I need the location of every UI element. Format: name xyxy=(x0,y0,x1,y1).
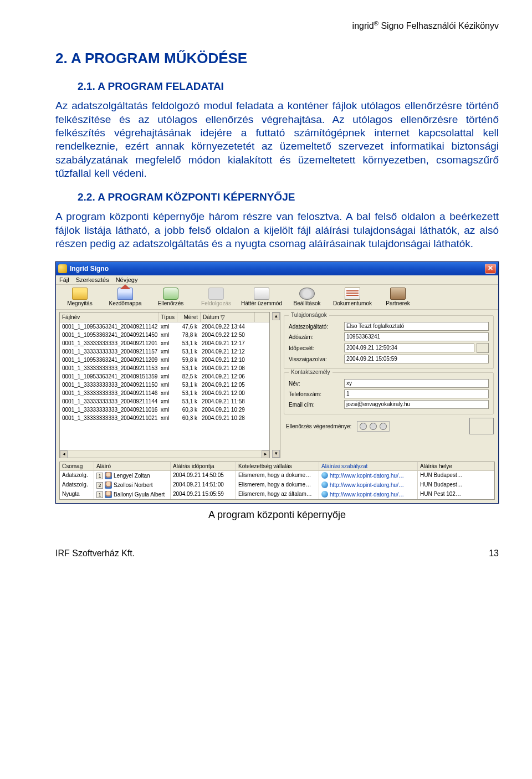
toolbar-label: Háttér üzemmód xyxy=(239,300,284,306)
folder-icon xyxy=(72,288,88,300)
cell-package: Nyugta xyxy=(60,490,94,499)
cell-policy-link[interactable]: http://www.kopint-datorg.hu/… xyxy=(319,480,418,490)
paragraph-2-1: Az adatszolgáltatás feldolgozó modul fel… xyxy=(55,99,499,180)
h-scrollbar[interactable]: ◂ ▸ xyxy=(60,450,269,458)
cell-filename: 0001_1_10953363241_200409211142 xyxy=(60,322,158,331)
signature-index-badge: 2 xyxy=(96,482,103,489)
docs-icon xyxy=(345,288,360,300)
field-contact-email[interactable]: jozsi@envagyokakiraly.hu xyxy=(344,400,489,409)
file-row[interactable]: 0001_1_33333333333_200409211157xml53,1 k… xyxy=(60,347,269,356)
cell-type: xml xyxy=(158,397,176,406)
menu-file[interactable]: Fájl xyxy=(59,276,69,283)
cell-size: 53,1 k xyxy=(176,389,200,397)
col-type[interactable]: Típus xyxy=(158,312,177,322)
cell-size: 53,1 k xyxy=(176,339,200,347)
scroll-left-icon[interactable]: ◂ xyxy=(60,450,68,458)
field-provider[interactable]: Elso Teszt foglalkoztató xyxy=(344,322,489,331)
col-commitment[interactable]: Kötelezettség vállalás xyxy=(236,462,319,470)
globe-icon xyxy=(321,472,328,479)
col-signtime[interactable]: Aláírás időpontja xyxy=(171,462,236,470)
col-package[interactable]: Csomag xyxy=(60,462,94,470)
cell-type: xml xyxy=(158,414,176,422)
menu-about[interactable]: Névjegy xyxy=(116,276,138,283)
cell-date: 2004.09.21 10:29 xyxy=(200,406,254,414)
cell-package: Adatszolg. xyxy=(60,471,94,480)
status-dot-yellow-icon xyxy=(370,423,377,430)
cell-type: xml xyxy=(158,339,176,347)
field-taxid[interactable]: 10953363241 xyxy=(344,332,489,341)
scroll-down-icon[interactable]: ▾ xyxy=(272,450,280,458)
cell-policy-link[interactable]: http://www.kopint-datorg.hu/… xyxy=(319,490,418,499)
globe-icon xyxy=(321,491,328,498)
toolbar-dokumentumok[interactable]: Dokumentumok xyxy=(330,286,375,308)
close-button[interactable]: ✕ xyxy=(485,264,496,274)
home-icon xyxy=(117,288,133,300)
cell-location: HUN Pest 102… xyxy=(418,490,494,499)
field-timestamp[interactable]: 2004.09.21 12:50:34 xyxy=(344,344,474,352)
titlebar: Ingrid Signo ✕ xyxy=(56,262,498,275)
cell-date: 2004.09.21 12:00 xyxy=(200,389,254,397)
col-date[interactable]: Dátum ▽ xyxy=(201,312,255,322)
cell-signer: 2Szollosi Norbert xyxy=(94,480,171,490)
cell-date: 2004.09.22 13:44 xyxy=(200,322,254,331)
toolbar-be-ll-t-sok[interactable]: Beállítások xyxy=(284,286,330,308)
col-size[interactable]: Méret xyxy=(177,312,201,322)
col-policy[interactable]: Aláírási szabályzat xyxy=(319,462,418,470)
file-row[interactable]: 0001_1_33333333333_200409211153xml53,1 k… xyxy=(60,364,269,372)
file-row[interactable]: 0001_1_33333333333_200409211016xml60,3 k… xyxy=(60,406,269,414)
toolbar-ellen-rz-s[interactable]: Ellenőrzés xyxy=(148,286,193,308)
footer-company: IRF Szoftverház Kft. xyxy=(55,549,135,558)
file-row[interactable]: 0001_1_10953363241_200409151359…xml82,5 … xyxy=(60,372,269,381)
file-row[interactable]: 0001_1_10953363241_200409211209xml59,8 k… xyxy=(60,356,269,364)
file-row[interactable]: 0001_1_10953363241_200409211450xml78,8 k… xyxy=(60,331,269,339)
signature-row[interactable]: Adatszolg.2Szollosi Norbert2004.09.21 14… xyxy=(60,480,494,490)
timestamp-details-button[interactable] xyxy=(477,343,489,353)
file-row[interactable]: 0001_1_33333333333_200409211144xml53,1 k… xyxy=(60,397,269,406)
cell-type: xml xyxy=(158,331,176,339)
cell-date: 2004.09.21 12:05 xyxy=(200,381,254,389)
field-contact-phone[interactable]: 1 xyxy=(344,390,489,398)
file-row[interactable]: 0001_1_33333333333_200409211021xml60,3 k… xyxy=(60,414,269,422)
label-contact-name: Név: xyxy=(289,381,344,387)
file-row[interactable]: 0001_1_33333333333_200409211201xml53,1 k… xyxy=(60,339,269,347)
cell-signtime: 2004.09.21 14:51:00 xyxy=(171,480,236,490)
cell-filename: 0001_1_33333333333_200409211150 xyxy=(60,381,158,389)
field-contact-name[interactable]: xy xyxy=(344,379,489,388)
col-location[interactable]: Aláírás helye xyxy=(418,462,494,470)
file-row[interactable]: 0001_1_33333333333_200409211150xml53,1 k… xyxy=(60,381,269,389)
signature-table[interactable]: Csomag Aláíró Aláírás időpontja Köteleze… xyxy=(59,462,495,500)
col-signer[interactable]: Aláíró xyxy=(94,462,171,470)
cell-signer: 1Lengyel Zoltan xyxy=(94,471,171,480)
toolbar: MegnyitásKezdőmappaEllenőrzésFeldolgozás… xyxy=(56,285,498,310)
signature-row[interactable]: Nyugta1Ballonyi Gyula Albert2004.09.21 1… xyxy=(60,490,494,499)
toolbar-megnyit-s[interactable]: Megnyitás xyxy=(57,286,103,308)
file-row[interactable]: 0001_1_10953363241_200409211142xml47,6 k… xyxy=(60,322,269,331)
field-ack[interactable]: 2004.09.21 15:05:59 xyxy=(344,355,489,363)
v-scrollbar[interactable]: ▴ ▾ xyxy=(272,312,280,458)
toolbar-label: Beállítások xyxy=(284,300,330,306)
verify-action-button[interactable] xyxy=(469,418,494,434)
cell-package: Adatszolg. xyxy=(60,480,94,490)
cell-date: 2004.09.21 10:28 xyxy=(200,414,254,422)
cell-commitment: Elismerem, hogy a dokume… xyxy=(236,480,319,490)
cell-commitment: Elismerem, hogy a dokume… xyxy=(236,471,319,480)
file-row[interactable]: 0001_1_33333333333_200409211146xml53,1 k… xyxy=(60,389,269,397)
scroll-up-icon[interactable]: ▴ xyxy=(272,312,280,320)
status-dot-red-icon xyxy=(360,423,367,430)
file-list[interactable]: Fájlnév Típus Méret Dátum ▽ 0001_1_10953… xyxy=(59,312,270,458)
signature-row[interactable]: Adatszolg.1Lengyel Zoltan2004.09.21 14:5… xyxy=(60,471,494,480)
cell-size: 78,8 k xyxy=(176,331,200,339)
legend-properties: Tulajdonságok xyxy=(289,312,329,318)
menu-edit[interactable]: Szerkesztés xyxy=(76,276,109,283)
cell-date: 2004.09.21 12:12 xyxy=(200,347,254,356)
cell-policy-link[interactable]: http://www.kopint-datorg.hu/… xyxy=(319,471,418,480)
properties-pane: Tulajdonságok Adatszolgáltató: Elso Tesz… xyxy=(282,310,498,459)
cell-size: 53,1 k xyxy=(176,397,200,406)
toolbar-kezd-mappa[interactable]: Kezdőmappa xyxy=(103,286,148,308)
scroll-right-icon[interactable]: ▸ xyxy=(262,450,269,458)
bg-icon xyxy=(254,288,269,300)
toolbar-h-tt-r-zemm-d[interactable]: Háttér üzemmód xyxy=(239,286,284,308)
toolbar-partnerek[interactable]: Partnerek xyxy=(375,286,421,308)
gear-icon xyxy=(299,288,315,300)
col-filename[interactable]: Fájlnév xyxy=(60,312,158,322)
